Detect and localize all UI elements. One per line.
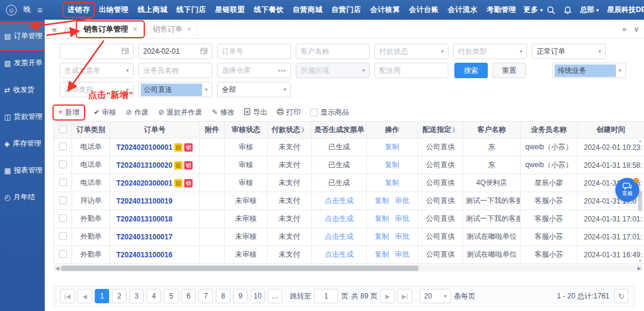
table-row[interactable]: 电话单 T2024013100020自锁 审核 未支付 已生成 复制 公司直供 …	[54, 156, 644, 174]
refund-void-button[interactable]: ⊘ 退款并作废	[158, 107, 202, 118]
expand-tabs-icon[interactable]: »	[622, 24, 626, 33]
add-button[interactable]: + 新增	[54, 106, 84, 119]
region-select[interactable]: 所属区域▾	[296, 63, 370, 78]
print-button[interactable]: 打印	[277, 107, 301, 118]
row-checkbox[interactable]	[59, 178, 67, 186]
operations-cell[interactable]: 复制	[367, 138, 418, 156]
salesman-name-input[interactable]: 业务员名称	[138, 63, 212, 78]
select-all-checkbox[interactable]	[59, 125, 67, 133]
operations-cell[interactable]: 复制审批	[367, 210, 418, 228]
horizontal-scrollbar[interactable]: ◀ ▶	[54, 264, 643, 272]
page-button[interactable]: …	[268, 289, 282, 303]
row-checkbox[interactable]	[59, 214, 67, 222]
top-menu-item[interactable]: 自营商城	[289, 3, 326, 17]
tab[interactable]: 销售订单 ×	[146, 21, 198, 37]
collapse-tabs-icon[interactable]: «	[52, 24, 64, 34]
scroll-down-icon[interactable]: ▼	[639, 259, 642, 263]
jump-page-input[interactable]	[314, 289, 338, 303]
search-icon[interactable]	[547, 6, 555, 14]
void-button[interactable]: ⊘ 作废	[126, 107, 148, 118]
page-button[interactable]: 4	[147, 289, 161, 303]
reset-button[interactable]: 重置	[493, 63, 526, 78]
prev-page-button[interactable]: ◀	[78, 289, 92, 303]
warehouse-picker[interactable]: 选择仓库•••	[217, 63, 291, 78]
invoice-status-cell[interactable]: 点击生成	[312, 246, 367, 264]
export-button[interactable]: 导出	[244, 107, 267, 118]
show-goods-toggle[interactable]: 显示商品	[310, 107, 349, 118]
page-button[interactable]: 2	[112, 289, 126, 303]
column-header[interactable]: 业务员名称	[521, 122, 578, 138]
top-menu-item[interactable]: 会计台账	[405, 3, 442, 17]
sidebar-item[interactable]: ◫ 货款管理	[0, 103, 45, 130]
copy-link[interactable]: 复制	[375, 214, 389, 223]
operations-cell[interactable]: 复制审批	[367, 192, 418, 210]
invoice-status-cell[interactable]: 点击生成	[312, 192, 367, 210]
column-header[interactable]: 订单号	[110, 122, 200, 138]
order-no[interactable]: T2024020300001	[116, 179, 172, 187]
column-header[interactable]: 客户名称	[463, 122, 521, 138]
approve-link[interactable]: 审批	[395, 250, 410, 258]
top-menu-item[interactable]: 会计流水	[444, 3, 481, 17]
customer-service-button[interactable]: 客服	[615, 178, 639, 202]
invoice-status-cell[interactable]: 已生成	[312, 156, 367, 174]
copy-link[interactable]: 复制	[375, 250, 389, 258]
invoice-status-cell[interactable]: 点击生成	[312, 210, 367, 228]
top-menu-item[interactable]: 线上商城	[134, 3, 171, 17]
table-row[interactable]: 拜访单 T2024013100019 未审核 未支付 点击生成 复制审批 公司直…	[54, 192, 644, 210]
start-date-field[interactable]	[60, 44, 134, 59]
top-menu-item[interactable]: 进销存	[64, 3, 94, 17]
row-select-cell[interactable]	[54, 138, 72, 156]
horizontal-scroll-thumb[interactable]	[61, 266, 419, 271]
order-no[interactable]: T2024013100018	[116, 215, 172, 223]
column-header[interactable]: 附件	[200, 122, 225, 138]
scroll-right-icon[interactable]: ▶	[636, 266, 643, 271]
copy-link[interactable]: 复制	[375, 196, 389, 205]
scroll-up-icon[interactable]: ▲	[639, 139, 642, 143]
tenant-switcher[interactable]: 星辰科技DEV▾	[607, 5, 644, 15]
page-button[interactable]: 10	[250, 289, 265, 303]
order-no-input[interactable]: 订单号	[217, 44, 291, 59]
column-header[interactable]: 付款状态》	[268, 122, 312, 138]
approve-link[interactable]: 审批	[395, 214, 410, 223]
end-date-field[interactable]: 2024-02-01	[138, 44, 212, 59]
copy-link[interactable]: 复制	[385, 178, 400, 187]
all-filter-select[interactable]: 全部▾	[217, 82, 291, 97]
order-category-select[interactable]: 订单类别▾	[60, 82, 134, 97]
operations-cell[interactable]: 复制	[367, 156, 418, 174]
home-icon[interactable]: ⌂	[64, 24, 77, 34]
column-filter-icon[interactable]: 》	[302, 127, 308, 133]
top-menu-item[interactable]: 自营门店	[328, 3, 365, 17]
vertical-scrollbar[interactable]: ▲ ▼	[637, 139, 643, 263]
invoice-status-cell[interactable]: 已生成	[312, 138, 367, 156]
page-button[interactable]: 7	[199, 289, 213, 303]
table-row[interactable]: 电话单 T2024020100001自锁 审核 未支付 已生成 复制 公司直供 …	[54, 138, 644, 156]
page-button[interactable]: 6	[181, 289, 196, 303]
delivery-mode-select[interactable]: 公司直送▾	[138, 82, 212, 97]
select-all-cell[interactable]	[54, 122, 72, 138]
search-button[interactable]: 搜索	[454, 63, 488, 78]
invoice-generated-select[interactable]: 生成发票单▾	[60, 63, 134, 78]
customer-name-input[interactable]: 客户名称	[296, 44, 370, 59]
table-row[interactable]: 外勤单 T2024013100017 未审核 未支付 点击生成 复制审批 公司直…	[54, 228, 644, 246]
org-switcher[interactable]: 总部▾	[580, 5, 599, 15]
tab-close-icon[interactable]: ×	[133, 25, 137, 33]
sidebar-item[interactable]: ▦ 报表管理	[0, 157, 45, 184]
hamburger-menu-icon[interactable]: ≡	[38, 5, 43, 15]
bell-icon[interactable]	[564, 6, 572, 14]
distributor-input[interactable]: 配送商	[374, 63, 448, 78]
sidebar-item[interactable]: ◈ 库存管理	[0, 130, 45, 157]
row-select-cell[interactable]	[54, 174, 72, 192]
modify-button[interactable]: ✎ 修改	[212, 107, 234, 118]
operations-cell[interactable]: 复制审批	[367, 228, 418, 246]
approve-link[interactable]: 审批	[395, 232, 410, 241]
vertical-scroll-thumb[interactable]	[638, 191, 642, 211]
order-no[interactable]: T2024013100016	[116, 251, 172, 259]
checkbox[interactable]	[310, 109, 318, 116]
tab[interactable]: 销售订单管理 ×	[77, 21, 144, 37]
sidebar-item[interactable]: ⇄ 收发货	[0, 76, 45, 103]
column-filter-icon[interactable]: 》	[453, 127, 459, 133]
row-checkbox[interactable]	[59, 232, 67, 240]
approve-link[interactable]: 审批	[395, 196, 410, 205]
copy-link[interactable]: 复制	[385, 143, 400, 151]
order-no[interactable]: T2024013100017	[116, 233, 172, 241]
